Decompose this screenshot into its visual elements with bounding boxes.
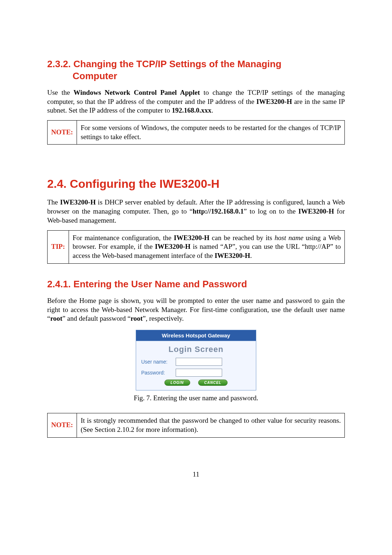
password-row: Password: xyxy=(141,369,251,377)
default-username: root xyxy=(50,315,62,322)
para-2-4-1: Before the Home page is shown, you will … xyxy=(47,296,345,323)
tip-text: For maintenance configuration, the IWE32… xyxy=(69,230,345,263)
text: ” and default password “ xyxy=(62,315,131,322)
page-number: 11 xyxy=(47,470,345,478)
login-buttons: LOGIN CANCEL xyxy=(141,380,251,386)
text: For maintenance configuration, the xyxy=(73,234,174,242)
username-input[interactable] xyxy=(176,358,222,366)
device-name: IWE3200-H xyxy=(256,98,292,105)
note-label: NOTE: xyxy=(48,121,77,145)
note-box-1: NOTE: For some versions of Windows, the … xyxy=(47,120,345,145)
applet-name: Windows Network Control Panel Applet xyxy=(74,89,200,96)
username-row: User name: xyxy=(141,358,251,366)
text: The xyxy=(47,198,60,206)
password-input[interactable] xyxy=(176,369,222,377)
spacer xyxy=(47,145,345,177)
url-text: http://192.168.0.1 xyxy=(193,207,244,215)
heading-2-4: 2.4. Configuring the IWE3200-H xyxy=(47,177,345,191)
note-text: For some versions of Windows, the comput… xyxy=(77,121,345,145)
username-label: User name: xyxy=(141,359,176,365)
heading-2-3-2: 2.3.2. Changing the TCP/IP Settings of t… xyxy=(47,58,345,82)
heading-text-line2: Computer xyxy=(47,70,345,82)
text: Use the xyxy=(47,89,74,96)
device-name: IWE3200-H xyxy=(298,207,334,215)
heading-2-4-1: 2.4.1. Entering the User Name and Passwo… xyxy=(47,278,345,290)
heading-text: Entering the User Name and Password xyxy=(73,279,247,289)
ip-address: 192.168.0.xxx xyxy=(172,106,211,114)
default-password: root xyxy=(131,315,143,322)
password-label: Password: xyxy=(141,370,176,376)
figure-caption-7: Fig. 7. Entering the user name and passw… xyxy=(47,394,345,402)
tip-label: TIP: xyxy=(48,230,69,263)
device-name: IWE3200-H xyxy=(174,234,209,242)
heading-text: Configuring the IWE3200-H xyxy=(70,177,219,190)
device-name: IWE3200-H xyxy=(60,198,95,206)
heading-number: 2.4. xyxy=(47,177,66,190)
text: . xyxy=(250,252,252,259)
heading-number: 2.3.2. xyxy=(47,58,71,69)
text: can be reached by its xyxy=(209,234,274,242)
text: . xyxy=(212,106,213,114)
para-2-4: The IWE3200-H is DHCP server enabled by … xyxy=(47,198,345,225)
note-text: It is strongly recommended that the pass… xyxy=(77,413,345,437)
heading-number: 2.4.1. xyxy=(47,279,71,289)
login-button[interactable]: LOGIN xyxy=(164,380,190,386)
heading-text-line1: Changing the TCP/IP Settings of the Mana… xyxy=(73,58,281,69)
login-titlebar: Wireless Hotspot Gateway xyxy=(136,330,256,341)
note-label: NOTE: xyxy=(48,413,77,437)
login-inner: Login Screen User name: Password: LOGIN … xyxy=(136,341,256,390)
login-heading: Login Screen xyxy=(141,345,251,354)
text: ”, respectively. xyxy=(143,315,184,322)
cancel-button[interactable]: CANCEL xyxy=(198,380,228,386)
text: ” to log on to the xyxy=(244,207,298,215)
login-screenshot: Wireless Hotspot Gateway Login Screen Us… xyxy=(136,330,256,390)
para-2-3-2: Use the Windows Network Control Panel Ap… xyxy=(47,88,345,115)
tip-box: TIP: For maintenance configuration, the … xyxy=(47,230,345,264)
device-name: IWE3200-H xyxy=(215,252,250,259)
spacer xyxy=(47,264,345,278)
document-page: 2.3.2. Changing the TCP/IP Settings of t… xyxy=(0,0,392,500)
hostname-term: host name xyxy=(274,234,303,242)
note-box-2: NOTE: It is strongly recommended that th… xyxy=(47,413,345,437)
device-name: IWE3200-H xyxy=(155,243,191,250)
